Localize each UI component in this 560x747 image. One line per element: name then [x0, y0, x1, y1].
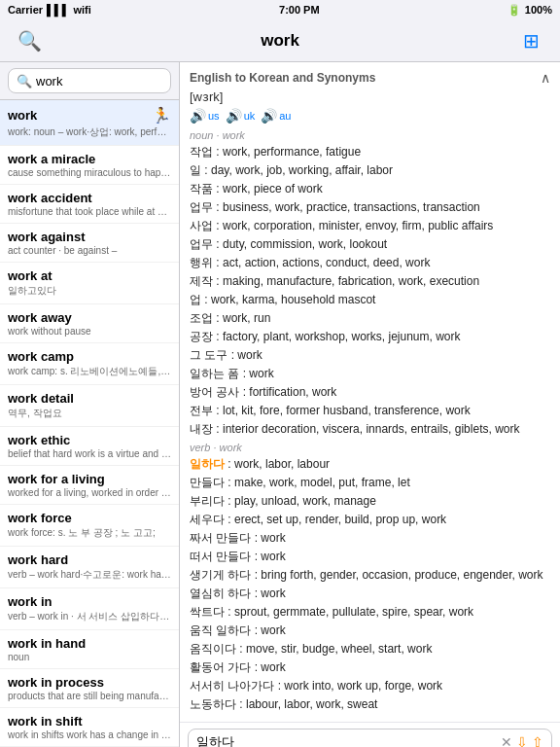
nav-title: work — [47, 31, 513, 51]
section-header: English to Korean and Synonyms ∧ — [190, 70, 550, 86]
content-search-input[interactable] — [196, 735, 501, 748]
definition-line: 세우다 : erect, set up, render, build, prop… — [190, 511, 550, 528]
status-left: Carrier ▌▌▌ wifi — [8, 4, 91, 16]
list-item[interactable]: work in process products that are still … — [0, 669, 179, 708]
definition-line: 생기게 하다 : bring forth, gender, occasion, … — [190, 566, 550, 584]
carrier-label: Carrier — [8, 4, 43, 16]
pos-label-verb: verb · work — [190, 442, 550, 453]
pos-label: noun · work — [190, 129, 550, 141]
content-search-clear[interactable]: ✕ — [501, 734, 512, 747]
definition-line: 작업 : work, performance, fatigue — [190, 143, 550, 160]
list-item[interactable]: work detail 역무, 작업요 — [0, 385, 179, 427]
word-subtitle: work force: s. 노 부 공장 ; 노 고고; — [8, 526, 171, 540]
definition-line: 옴직이다 : move, stir, budge, wheel, start, … — [190, 640, 550, 658]
word-label: work detail — [8, 391, 74, 406]
definition-line: 움직 일하다 : work — [190, 622, 550, 639]
search-nav-icon[interactable]: 🔍 — [12, 29, 47, 53]
word-subtitle: work camp: s. 리노베이션에노예들, 정교 넉의 그런 일하세 — [8, 365, 171, 378]
content-search-bar: ✕ ⇩ ⇧ — [188, 729, 552, 747]
word-label: work force — [8, 511, 72, 525]
uk-pron-button[interactable]: 🔊uk — [226, 108, 256, 124]
word-label: work away — [8, 310, 72, 325]
word-title: work for a living — [8, 472, 171, 486]
word-label: work hard — [8, 552, 68, 567]
word-title: work in — [8, 594, 171, 609]
content-search-action-2[interactable]: ⇧ — [532, 734, 543, 747]
word-subtitle: 일하고있다 — [8, 284, 171, 298]
definition-line: 업무 : business, work, practice, transacti… — [190, 198, 550, 216]
word-subtitle: work: noun – work·상업: work, performance, — [8, 125, 171, 139]
definition-line: 부리다 : play, unload, work, manage — [190, 492, 550, 510]
word-subtitle: noun — [8, 652, 171, 662]
word-label: work against — [8, 230, 85, 244]
eng-to-kor-title: English to Korean and Synonyms — [190, 71, 375, 85]
word-subtitle: verb – work hard·수고로운: work hard, take t… — [8, 568, 171, 582]
search-box: 🔍 ✕ — [0, 62, 179, 100]
word-subtitle: 역무, 작업요 — [8, 407, 171, 420]
list-item[interactable]: work in shift work in shifts work has a … — [0, 708, 179, 747]
us-pron-button[interactable]: 🔊us — [190, 108, 220, 124]
word-label: work a miracle — [8, 152, 95, 166]
word-title: work a miracle — [8, 152, 171, 166]
definition-line: 업무 : duty, commission, work, lookout — [190, 235, 550, 253]
word-subtitle: worked for a living, worked in order to … — [8, 487, 171, 498]
list-item[interactable]: work for a living worked for a living, w… — [0, 466, 179, 505]
definition-line: 짜서 만들다 : work — [190, 529, 550, 547]
word-label: work in hand — [8, 636, 86, 651]
list-item[interactable]: work force work force: s. 노 부 공장 ; 노 고고; — [0, 505, 179, 547]
definition-line: 공장 : factory, plant, workshop, works, je… — [190, 328, 550, 345]
definition-line: 일 : day, work, job, working, affair, lab… — [190, 161, 550, 179]
definition-line: 활동어 가다 : work — [190, 658, 550, 676]
word-subtitle: act counter · be against – — [8, 245, 171, 256]
definition-line: 전부 : lot, kit, fore, former husband, tra… — [190, 402, 550, 419]
word-list: work 🏃 work: noun – work·상업: work, perfo… — [0, 100, 179, 747]
search-input[interactable] — [36, 74, 180, 89]
content-search-action-1[interactable]: ⇩ — [516, 734, 528, 747]
list-item[interactable]: work 🏃 work: noun – work·상업: work, perfo… — [0, 100, 179, 146]
signal-icon: ▌▌▌ — [47, 4, 69, 16]
list-item[interactable]: work in verb – work in · 서 서비스 삽입하다 ; wo… — [0, 588, 179, 630]
word-subtitle: work in shifts work has a change in work… — [8, 729, 171, 740]
word-title: work away — [8, 310, 171, 325]
battery-icon: 🔋 — [508, 4, 521, 17]
speaker-icon: 🔊 — [261, 108, 277, 124]
word-label: work at — [8, 268, 52, 283]
status-right: 🔋 100% — [508, 4, 552, 17]
definition-line: 일하는 폼 : work — [190, 365, 550, 382]
status-time: 7:00 PM — [279, 4, 320, 16]
list-item[interactable]: work ethic belief that hard work is a vi… — [0, 427, 179, 466]
highlight-word: 일하다 — [190, 457, 225, 471]
search-input-wrap: 🔍 ✕ — [8, 68, 171, 93]
word-label: work in shift — [8, 714, 83, 729]
au-pron-button[interactable]: 🔊au — [261, 108, 291, 124]
main-container: 🔍 ✕ work 🏃 work: noun – work·상업: work, p… — [0, 62, 560, 747]
list-item[interactable]: work against act counter · be against – — [0, 224, 179, 263]
wifi-icon: wifi — [73, 4, 90, 16]
list-item[interactable]: work hard verb – work hard·수고로운: work ha… — [0, 547, 179, 588]
sidebar: 🔍 ✕ work 🏃 work: noun – work·상업: work, p… — [0, 62, 180, 747]
definition-line: 싹트다 : sprout, germmate, pullulate, spire… — [190, 603, 550, 621]
pronunciation-buttons: 🔊us 🔊uk 🔊au — [190, 108, 550, 124]
definition-line: 그 도구 : work — [190, 346, 550, 364]
word-title: work in shift — [8, 714, 171, 729]
collapse-icon[interactable]: ∧ — [541, 70, 550, 86]
definition-line: 만들다 : make, work, model, put, frame, let — [190, 474, 550, 491]
definition-line: 제작 : making, manufacture, fabrication, w… — [190, 272, 550, 290]
search-icon: 🔍 — [17, 74, 32, 89]
list-item[interactable]: work camp work camp: s. 리노베이션에노예들, 정교 넉의… — [0, 343, 179, 385]
word-title: work at — [8, 268, 171, 283]
list-item[interactable]: work in hand noun — [0, 630, 179, 669]
word-title: work 🏃 — [8, 106, 171, 124]
word-subtitle: cause something miraculous to happen — [8, 167, 171, 178]
list-item[interactable]: work at 일하고있다 — [0, 263, 179, 304]
grid-nav-icon[interactable]: ⊞ — [513, 29, 548, 53]
list-item[interactable]: work a miracle cause something miraculou… — [0, 146, 179, 185]
word-label: work — [8, 108, 37, 123]
list-item[interactable]: work accident misfortune that took place… — [0, 185, 179, 224]
word-title: work hard — [8, 552, 171, 567]
content-area: English to Korean and Synonyms ∧ [wɜrk] … — [180, 62, 560, 747]
word-title: work against — [8, 230, 171, 244]
definition-line: 행위 : act, action, actions, conduct, deed… — [190, 254, 550, 271]
list-item[interactable]: work away work without pause — [0, 304, 179, 343]
word-title: work detail — [8, 391, 171, 406]
